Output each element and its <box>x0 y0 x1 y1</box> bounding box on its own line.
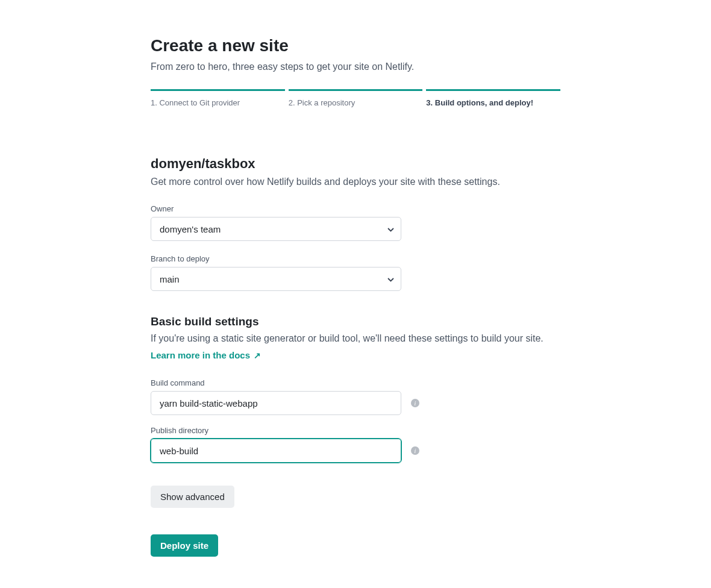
page-subtitle: From zero to hero, three easy steps to g… <box>151 61 560 72</box>
publish-directory-label: Publish directory <box>151 426 560 435</box>
publish-directory-input[interactable] <box>151 439 401 463</box>
build-settings-title: Basic build settings <box>151 315 560 328</box>
branch-select[interactable]: main <box>151 267 401 291</box>
step-build-deploy[interactable]: 3. Build options, and deploy! <box>426 89 560 108</box>
page-title: Create a new site <box>151 36 560 55</box>
deploy-site-button[interactable]: Deploy site <box>151 534 218 557</box>
build-command-label: Build command <box>151 378 560 387</box>
owner-label: Owner <box>151 204 560 213</box>
repo-name: domyen/taskbox <box>151 156 560 172</box>
owner-select[interactable]: domyen's team <box>151 217 401 241</box>
docs-link-text: Learn more in the docs <box>151 350 250 360</box>
step-connect-git[interactable]: 1. Connect to Git provider <box>151 89 285 108</box>
step-label: 1. Connect to Git provider <box>151 98 240 107</box>
info-icon[interactable]: i <box>411 446 419 455</box>
step-pick-repo[interactable]: 2. Pick a repository <box>289 89 423 108</box>
show-advanced-button[interactable]: Show advanced <box>151 486 234 508</box>
step-label: 3. Build options, and deploy! <box>426 98 533 107</box>
external-link-icon: ↗ <box>254 351 261 360</box>
step-label: 2. Pick a repository <box>289 98 356 107</box>
docs-link[interactable]: Learn more in the docs ↗ <box>151 350 261 360</box>
repo-description: Get more control over how Netlify builds… <box>151 177 560 187</box>
build-command-input[interactable] <box>151 391 401 415</box>
steps-progress: 1. Connect to Git provider 2. Pick a rep… <box>151 89 560 108</box>
branch-label: Branch to deploy <box>151 254 560 263</box>
build-settings-description: If you're using a static site generator … <box>151 333 560 344</box>
info-icon[interactable]: i <box>411 399 419 407</box>
